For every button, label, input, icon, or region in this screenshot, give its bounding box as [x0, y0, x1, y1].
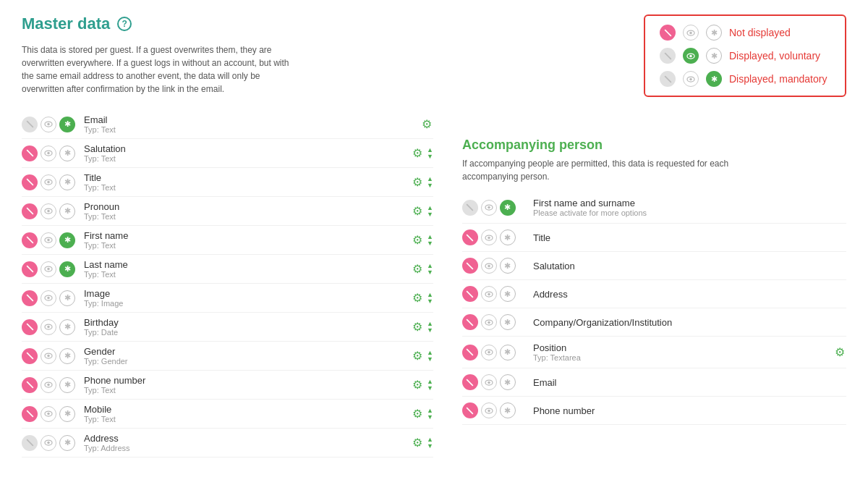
gear-button-title[interactable]: ⚙	[411, 175, 424, 189]
eye-icon-firstname[interactable]	[41, 232, 56, 248]
no-display-icon-image[interactable]	[22, 290, 38, 306]
eye-icon-email[interactable]	[41, 117, 56, 132]
eye-icon-image[interactable]	[41, 290, 56, 306]
no-display-icon-mobile[interactable]	[22, 406, 38, 422]
no-display-icon-birthday[interactable]	[22, 319, 38, 335]
star-icon-acc-salutation[interactable]: ✱	[500, 258, 516, 274]
no-display-icon-phone[interactable]	[22, 377, 38, 393]
gear-button-mobile[interactable]: ⚙	[411, 407, 424, 421]
gear-button-acc-position[interactable]: ⚙	[833, 345, 846, 359]
field-name-lastname: Last name	[84, 259, 407, 270]
no-display-icon-gender[interactable]	[22, 348, 38, 364]
no-display-icon-acc-title[interactable]	[462, 229, 478, 245]
help-icon[interactable]: ?	[117, 17, 132, 31]
no-display-icon-lastname[interactable]	[22, 261, 38, 277]
acc-field-name-address: Address	[533, 289, 846, 300]
gear-button-pronoun[interactable]: ⚙	[411, 204, 424, 218]
svg-point-39	[47, 297, 50, 300]
eye-icon-acc-email[interactable]	[481, 374, 497, 390]
gear-button-address[interactable]: ⚙	[411, 436, 424, 450]
star-icon-pronoun[interactable]: ✱	[59, 203, 75, 219]
star-icon-acc-title[interactable]: ✱	[500, 229, 516, 245]
star-icon-gender[interactable]: ✱	[59, 348, 75, 364]
no-display-icon-email[interactable]	[22, 117, 38, 132]
no-display-icon-firstname[interactable]	[22, 232, 38, 248]
acc-field-icons-company: ✱	[462, 314, 527, 330]
eye-icon-mobile[interactable]	[41, 406, 56, 422]
star-icon-acc-email[interactable]: ✱	[500, 374, 516, 390]
no-display-icon-acc-fullname[interactable]	[462, 200, 478, 216]
sort-address[interactable]: ▲▼	[427, 436, 433, 450]
field-info-lastname: Last name Typ: Text	[84, 259, 407, 279]
eye-icon-lastname[interactable]	[41, 261, 56, 277]
field-name-image: Image	[84, 288, 407, 299]
star-icon-email[interactable]: ✱	[59, 117, 75, 132]
acc-field-icons-position: ✱	[462, 345, 527, 360]
gear-button-firstname[interactable]: ⚙	[411, 233, 424, 247]
star-icon-mobile[interactable]: ✱	[59, 406, 75, 422]
sort-firstname[interactable]: ▲▼	[427, 234, 433, 247]
eye-icon-phone[interactable]	[41, 377, 56, 393]
star-icon-acc-company[interactable]: ✱	[500, 314, 516, 330]
no-display-icon-acc-position[interactable]	[462, 345, 478, 360]
field-type-firstname: Typ: Text	[84, 241, 407, 250]
sort-image[interactable]: ▲▼	[427, 292, 433, 305]
eye-icon-acc-fullname[interactable]	[481, 200, 497, 216]
gear-button-salutation[interactable]: ⚙	[411, 146, 424, 160]
star-icon-acc-address[interactable]: ✱	[500, 286, 516, 302]
no-display-icon-acc-company[interactable]	[462, 314, 478, 330]
star-icon-title[interactable]: ✱	[59, 174, 75, 190]
star-icon-acc-fullname[interactable]: ✱	[500, 200, 516, 216]
eye-icon-birthday[interactable]	[41, 319, 56, 335]
sort-birthday[interactable]: ▲▼	[427, 321, 433, 334]
star-icon-salutation[interactable]: ✱	[59, 146, 75, 161]
no-display-icon-acc-phone[interactable]	[462, 402, 478, 418]
gear-button-birthday[interactable]: ⚙	[411, 320, 424, 334]
gear-button-lastname[interactable]: ⚙	[411, 262, 424, 276]
eye-icon-pronoun[interactable]	[41, 203, 56, 219]
field-icons-email: ✱	[22, 117, 80, 132]
eye-icon-acc-title[interactable]	[481, 229, 497, 245]
no-display-icon-title[interactable]	[22, 174, 38, 190]
acc-field-icons-title: ✱	[462, 229, 527, 245]
no-display-icon-acc-address[interactable]	[462, 286, 478, 302]
sort-gender[interactable]: ▲▼	[427, 350, 433, 363]
eye-icon-title[interactable]	[41, 174, 56, 190]
gear-button-email[interactable]: ⚙	[420, 117, 433, 131]
star-icon-firstname[interactable]: ✱	[59, 232, 75, 248]
star-icon-birthday[interactable]: ✱	[59, 319, 75, 335]
field-actions-address: ⚙ ▲▼	[411, 436, 433, 450]
gear-button-image[interactable]: ⚙	[411, 291, 424, 305]
acc-field-row-address: ✱ Address	[462, 280, 846, 308]
field-actions-pronoun: ⚙ ▲▼	[411, 204, 433, 218]
sort-lastname[interactable]: ▲▼	[427, 263, 433, 276]
eye-icon-acc-salutation[interactable]	[481, 258, 497, 274]
sort-title[interactable]: ▲▼	[427, 176, 433, 189]
star-icon-acc-phone[interactable]: ✱	[500, 402, 516, 418]
eye-icon-gender[interactable]	[41, 348, 56, 364]
star-icon-address[interactable]: ✱	[59, 435, 75, 451]
eye-icon-acc-phone[interactable]	[481, 402, 497, 418]
star-icon-acc-position[interactable]: ✱	[500, 345, 516, 360]
eye-icon-acc-company[interactable]	[481, 314, 497, 330]
eye-icon-acc-position[interactable]	[481, 345, 497, 360]
eye-icon-salutation[interactable]	[41, 146, 56, 161]
gear-button-gender[interactable]: ⚙	[411, 349, 424, 363]
sort-salutation[interactable]: ▲▼	[427, 147, 433, 160]
star-icon-lastname[interactable]: ✱	[59, 261, 75, 277]
sort-phone[interactable]: ▲▼	[427, 379, 433, 392]
legend-no-display-icon-3	[660, 71, 676, 87]
sort-pronoun[interactable]: ▲▼	[427, 205, 433, 218]
no-display-icon-pronoun[interactable]	[22, 203, 38, 219]
no-display-icon-salutation[interactable]	[22, 146, 38, 161]
no-display-icon-acc-salutation[interactable]	[462, 258, 478, 274]
star-icon-image[interactable]: ✱	[59, 290, 75, 306]
star-icon-phone[interactable]: ✱	[59, 377, 75, 393]
left-panel: Master data ? This data is stored per gu…	[22, 14, 448, 471]
eye-icon-acc-address[interactable]	[481, 286, 497, 302]
gear-button-phone[interactable]: ⚙	[411, 378, 424, 392]
sort-mobile[interactable]: ▲▼	[427, 408, 433, 421]
eye-icon-address[interactable]	[41, 435, 56, 451]
no-display-icon-acc-email[interactable]	[462, 374, 478, 390]
no-display-icon-address[interactable]	[22, 435, 38, 451]
